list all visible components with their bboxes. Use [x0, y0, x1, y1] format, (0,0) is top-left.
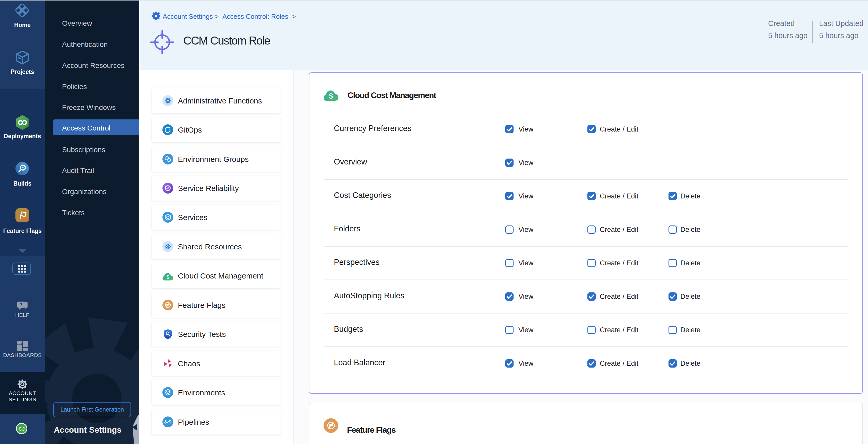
svg-text:?: ?: [20, 302, 22, 307]
svg-text:$: $: [166, 274, 169, 280]
svg-text:$: $: [329, 92, 333, 100]
